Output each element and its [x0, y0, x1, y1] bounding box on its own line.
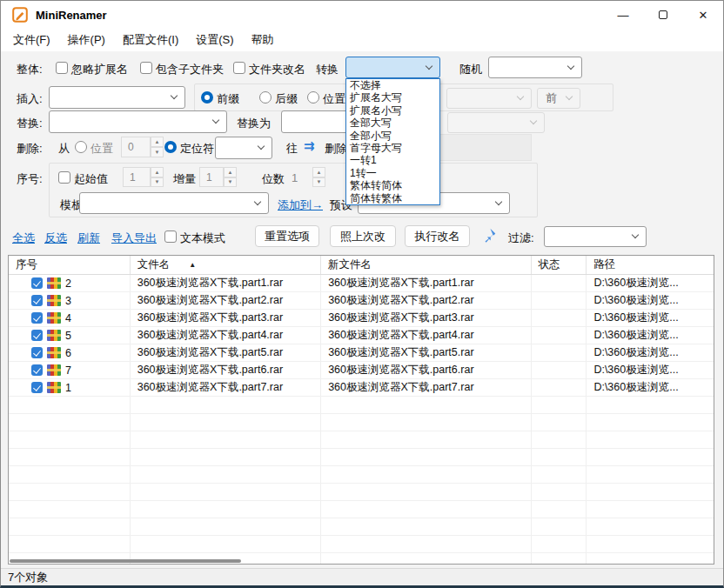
chevron-down-icon: [517, 93, 524, 100]
spin-up-icon[interactable]: ▲: [151, 167, 164, 177]
position-radio[interactable]: [307, 91, 319, 104]
redo-last-button[interactable]: 照上次改: [330, 225, 396, 247]
convert-combobox[interactable]: [345, 57, 440, 78]
column-header-newname[interactable]: 新文件名: [321, 256, 531, 274]
table-cell: [131, 484, 321, 500]
menu-operation[interactable]: 操作(P): [59, 29, 114, 51]
replace-combobox[interactable]: [49, 110, 227, 133]
dropdown-option[interactable]: 简体转繁体: [346, 192, 439, 204]
prefix-radio[interactable]: [201, 91, 213, 104]
row-checkbox-checked[interactable]: [31, 382, 43, 393]
select-all-link[interactable]: 全选: [12, 231, 35, 246]
table-cell: [9, 414, 131, 431]
column-header-filename[interactable]: 文件名▲: [131, 256, 321, 274]
dropdown-option[interactable]: 不选择: [346, 79, 439, 91]
column-header-num[interactable]: 序号: [9, 256, 131, 274]
suffix-radio[interactable]: [259, 91, 272, 104]
execute-rename-button[interactable]: 执行改名: [405, 225, 470, 247]
table-cell: [321, 501, 531, 518]
spin-down-icon[interactable]: ▼: [224, 177, 237, 188]
table-row[interactable]: 1360极速浏览器X下载.part7.rar360极速浏览器X下载.part7.…: [9, 379, 714, 397]
import-export-link[interactable]: 导入导出: [111, 231, 157, 246]
insert-combobox[interactable]: [49, 86, 185, 109]
row-checkbox-checked[interactable]: [31, 347, 43, 358]
dropdown-option[interactable]: 全部小写: [346, 130, 439, 142]
table-cell: [131, 466, 321, 483]
filter-combobox[interactable]: [544, 226, 647, 247]
spin-down-icon[interactable]: ▼: [151, 147, 164, 157]
row-checkbox-checked[interactable]: [31, 277, 43, 289]
spin-down-icon[interactable]: ▼: [151, 177, 164, 188]
text-mode-checkbox[interactable]: [164, 231, 177, 243]
replace-mode-combobox[interactable]: [447, 112, 545, 133]
serial-start-value[interactable]: 1: [123, 167, 151, 187]
invert-selection-link[interactable]: 反选: [44, 231, 67, 246]
serial-start-checkbox[interactable]: [58, 171, 70, 184]
menu-profile[interactable]: 配置文件(I): [114, 29, 187, 51]
delete-position-value[interactable]: 0: [121, 137, 151, 157]
rename-folders-checkbox[interactable]: [233, 62, 245, 74]
table-row[interactable]: 7360极速浏览器X下载.part6.rar360极速浏览器X下载.part6.…: [9, 362, 714, 379]
table-cell: [131, 431, 321, 448]
dropdown-option[interactable]: 首字母大写: [346, 142, 439, 154]
minimize-button[interactable]: —: [603, 1, 643, 29]
spin-up-icon[interactable]: ▲: [151, 137, 164, 147]
serial-start-stepper[interactable]: ▲▼: [151, 167, 164, 187]
delete-position-stepper[interactable]: ▲▼: [151, 137, 164, 157]
dropdown-option[interactable]: 扩展名小写: [346, 104, 439, 117]
direction-arrow-icon[interactable]: ⇉: [304, 138, 315, 154]
table-cell: [532, 397, 587, 413]
increment-stepper[interactable]: ▲▼: [224, 167, 237, 187]
table-row[interactable]: 6360极速浏览器X下载.part5.rar360极速浏览器X下载.part5.…: [9, 344, 714, 362]
table-cell: [532, 344, 587, 361]
menu-file[interactable]: 文件(F): [4, 29, 59, 51]
maximize-button[interactable]: [643, 1, 683, 29]
ignore-ext-checkbox[interactable]: [56, 62, 68, 74]
column-header-status[interactable]: 状态: [532, 256, 587, 274]
table-cell: D:\360极速浏览...: [587, 362, 714, 378]
spin-up-icon[interactable]: ▲: [312, 167, 325, 177]
table-cell: 360极速浏览器X下载.part4.rar: [131, 327, 321, 344]
add-to-link[interactable]: 添加到→: [278, 197, 323, 213]
delete-anchor-combobox[interactable]: [215, 137, 272, 159]
pushpin-icon[interactable]: [480, 227, 497, 244]
reset-options-button[interactable]: 重置选项: [255, 225, 319, 247]
column-header-path[interactable]: 路径: [587, 256, 714, 274]
spin-down-icon[interactable]: ▼: [312, 177, 325, 188]
insert-before-select[interactable]: 前: [537, 88, 580, 109]
dropdown-option[interactable]: 全部大写: [346, 117, 439, 129]
close-button[interactable]: ✕: [683, 1, 723, 29]
random-combobox[interactable]: [488, 57, 582, 78]
insert-target-combobox[interactable]: [446, 88, 532, 109]
spin-up-icon[interactable]: ▲: [224, 167, 237, 177]
dropdown-option[interactable]: 1转一: [346, 167, 439, 179]
include-subfolders-checkbox[interactable]: [140, 62, 152, 74]
chevron-down-icon: [258, 143, 265, 150]
row-checkbox-checked[interactable]: [31, 295, 43, 306]
row-checkbox-checked[interactable]: [31, 312, 43, 324]
row-number: 3: [65, 295, 71, 307]
delete-anchor-radio[interactable]: [164, 141, 177, 153]
digits-stepper[interactable]: ▲▼: [312, 167, 325, 187]
rename-folders-label: 文件夹改名: [249, 62, 305, 77]
row-checkbox-checked[interactable]: [31, 330, 43, 341]
table-row[interactable]: 2360极速浏览器X下载.part1.rar360极速浏览器X下载.part1.…: [9, 275, 714, 292]
dropdown-option[interactable]: 繁体转简体: [346, 179, 439, 191]
template-combobox[interactable]: [79, 192, 269, 214]
row-checkbox-checked[interactable]: [31, 364, 43, 376]
empty-table-row: [9, 414, 714, 431]
table-cell: [532, 484, 587, 500]
delete-position-radio[interactable]: [75, 141, 87, 153]
menu-settings[interactable]: 设置(S): [187, 29, 242, 51]
table-row[interactable]: 3360极速浏览器X下载.part2.rar360极速浏览器X下载.part2.…: [9, 292, 714, 310]
table-cell: 360极速浏览器X下载.part1.rar: [131, 275, 321, 291]
refresh-link[interactable]: 刷新: [77, 231, 100, 246]
horizontal-scrollbar-thumb[interactable]: [10, 559, 241, 563]
increment-value[interactable]: 1: [199, 167, 224, 187]
table-row[interactable]: 5360极速浏览器X下载.part4.rar360极速浏览器X下载.part4.…: [9, 327, 714, 344]
menu-help[interactable]: 帮助: [243, 29, 283, 51]
dropdown-option[interactable]: 扩展名大写: [346, 91, 439, 104]
table-row[interactable]: 4360极速浏览器X下载.part3.rar360极速浏览器X下载.part3.…: [9, 310, 714, 327]
digits-value[interactable]: 1: [292, 171, 298, 184]
dropdown-option[interactable]: 一转1: [346, 154, 439, 166]
